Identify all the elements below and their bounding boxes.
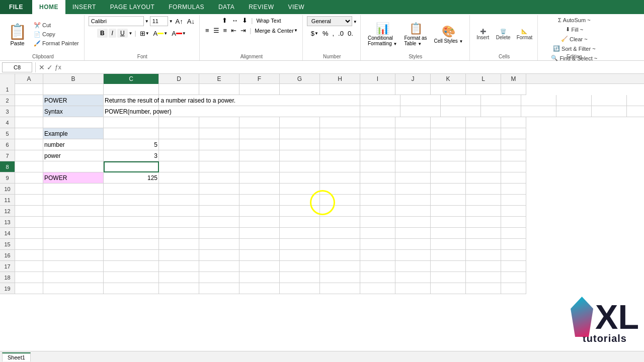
cell-F1[interactable] [239, 84, 280, 95]
cell-A11[interactable] [15, 195, 43, 206]
pagelayout-tab[interactable]: PAGE LAYOUT [103, 0, 162, 14]
cell-A1[interactable] [15, 84, 43, 95]
bold-button[interactable]: B [97, 29, 108, 38]
cell-B14[interactable] [43, 228, 104, 239]
review-tab[interactable]: REVIEW [242, 0, 281, 14]
cell-J16[interactable] [395, 250, 431, 261]
cell-J10[interactable] [395, 184, 431, 195]
col-header-L[interactable]: L [466, 74, 501, 84]
cell-H17[interactable] [320, 261, 360, 272]
italic-button[interactable]: I [109, 29, 116, 38]
cell-K12[interactable] [431, 206, 466, 217]
increase-decimal-button[interactable]: 0. [346, 29, 355, 38]
align-bottom-button[interactable]: ⬇ [240, 16, 249, 25]
cell-L8[interactable] [466, 161, 501, 172]
cell-L10[interactable] [466, 184, 501, 195]
row-num-8[interactable]: 8 [0, 161, 15, 172]
fill-color-button[interactable]: A ▼ [152, 29, 170, 38]
cell-D19[interactable] [159, 283, 199, 294]
cell-J12[interactable] [395, 206, 431, 217]
cell-F8[interactable] [239, 161, 280, 172]
cell-D13[interactable] [159, 217, 199, 228]
cell-H8[interactable] [320, 161, 360, 172]
cell-B1[interactable] [43, 84, 104, 95]
cell-C4[interactable] [104, 117, 159, 128]
cell-D8[interactable] [159, 161, 199, 172]
cell-J11[interactable] [395, 195, 431, 206]
cell-B10[interactable] [43, 184, 104, 195]
row-num-10[interactable]: 10 [0, 184, 15, 195]
cell-H5[interactable] [320, 128, 360, 139]
sheet-tab-sheet1[interactable]: Sheet1 [2, 352, 31, 361]
cell-L14[interactable] [466, 228, 501, 239]
increase-font-icon[interactable]: A↑ [174, 17, 185, 26]
cell-K13[interactable] [431, 217, 466, 228]
cell-J1[interactable] [395, 84, 431, 95]
cell-B12[interactable] [43, 206, 104, 217]
cell-F7[interactable] [239, 150, 280, 161]
cell-G9[interactable] [280, 172, 320, 184]
cell-D6[interactable] [159, 139, 199, 150]
cell-M14[interactable] [501, 228, 526, 239]
cell-I19[interactable] [360, 283, 395, 294]
cell-K7[interactable] [431, 150, 466, 161]
cell-L9[interactable] [466, 172, 501, 184]
cell-C17[interactable] [104, 261, 159, 272]
cell-F6[interactable] [239, 139, 280, 150]
cell-E10[interactable] [199, 184, 239, 195]
cell-G5[interactable] [280, 128, 320, 139]
home-tab[interactable]: HOME [32, 0, 65, 14]
cell-J8[interactable] [395, 161, 431, 172]
font-name-caret[interactable]: ▼ [145, 19, 149, 24]
cell-G11[interactable] [280, 195, 320, 206]
cell-M16[interactable] [501, 250, 526, 261]
col-header-A[interactable]: A [15, 74, 43, 84]
col-header-E[interactable]: E [199, 74, 239, 84]
cell-B18[interactable] [43, 272, 104, 283]
row-num-19[interactable]: 19 [0, 283, 15, 294]
cell-M19[interactable] [501, 283, 526, 294]
cell-J19[interactable] [395, 283, 431, 294]
cell-G1[interactable] [280, 84, 320, 95]
cell-styles-button[interactable]: 🎨 Cell Styles ▼ [432, 24, 465, 45]
cell-E4[interactable] [199, 117, 239, 128]
row-num-3[interactable]: 3 [0, 106, 15, 117]
data-tab[interactable]: DATA [211, 0, 242, 14]
cell-D9[interactable] [159, 172, 199, 184]
align-top-button[interactable]: ⬆ [220, 16, 229, 25]
cell-E7[interactable] [199, 150, 239, 161]
col-header-H[interactable]: H [320, 74, 360, 84]
cell-A9[interactable] [15, 172, 43, 184]
cell-F10[interactable] [239, 184, 280, 195]
cell-C16[interactable] [104, 250, 159, 261]
cell-L6[interactable] [466, 139, 501, 150]
cell-K4[interactable] [431, 117, 466, 128]
row-num-9[interactable]: 9 [0, 172, 15, 184]
cell-E1[interactable] [199, 84, 239, 95]
cell-I16[interactable] [360, 250, 395, 261]
font-size-caret[interactable]: ▼ [169, 19, 173, 24]
cell-H6[interactable] [320, 139, 360, 150]
cell-E8[interactable] [199, 161, 239, 172]
cell-M5[interactable] [501, 128, 526, 139]
cell-I18[interactable] [360, 272, 395, 283]
sort-filter-button[interactable]: 🔃 Sort & Filter ~ [551, 44, 598, 53]
cell-D7[interactable] [159, 150, 199, 161]
font-size-input[interactable] [150, 16, 168, 26]
cell-C10[interactable] [104, 184, 159, 195]
cell-B7[interactable]: power [43, 150, 104, 161]
cell-F13[interactable] [239, 217, 280, 228]
cell-G13[interactable] [280, 217, 320, 228]
cell-L5[interactable] [466, 128, 501, 139]
cell-K9[interactable] [431, 172, 466, 184]
cell-H14[interactable] [320, 228, 360, 239]
cell-L16[interactable] [466, 250, 501, 261]
cell-H7[interactable] [320, 150, 360, 161]
cell-K17[interactable] [431, 261, 466, 272]
font-name-input[interactable] [89, 16, 144, 26]
cell-D2[interactable] [159, 95, 360, 106]
copy-button[interactable]: 📄 Copy [32, 30, 81, 39]
cell-E17[interactable] [199, 261, 239, 272]
cell-F14[interactable] [239, 228, 280, 239]
cell-M6[interactable] [501, 139, 526, 150]
